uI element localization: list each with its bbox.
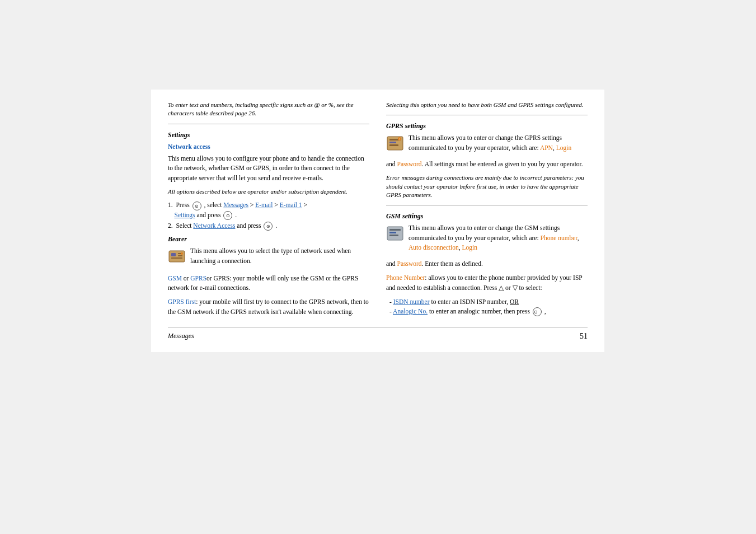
svg-rect-3 <box>178 255 182 256</box>
nav-up: △ <box>499 284 504 291</box>
phone-number-link[interactable]: Phone number <box>541 235 577 241</box>
svg-rect-13 <box>389 229 401 231</box>
email1-link[interactable]: E-mail 1 <box>280 202 302 208</box>
footer-right-label: 51 <box>580 332 588 341</box>
auto-disconnect-link[interactable]: Auto disconnection <box>408 244 459 251</box>
svg-rect-8 <box>389 142 396 143</box>
isdn-link[interactable]: ISDN number <box>393 298 430 305</box>
italic-error: Error messages during connections are ma… <box>386 174 588 199</box>
gprs-password-body: and Password. All settings must be enter… <box>386 160 588 169</box>
phone-number-desc: Phone Number: allows you to enter the ph… <box>386 273 588 293</box>
analog-item: - Analogic No. to enter an analogic numb… <box>386 307 588 316</box>
isdn-item: - ISDN number to enter an ISDN ISP numbe… <box>386 297 588 307</box>
gprs-icon-row: ! This menu allows you to enter or chang… <box>386 133 588 157</box>
analog-link[interactable]: Analogic No. <box>393 308 428 315</box>
footer: Messages 51 <box>168 327 588 341</box>
bearer-body: This menu allows you to select the type … <box>190 246 369 266</box>
ok-icon-1: ⊙ <box>192 202 201 210</box>
gsm-password-body: and Password. Enter them as defined. <box>386 259 588 269</box>
gprs-icon: ! <box>386 134 404 152</box>
page-content: To enter text and numbers, including spe… <box>151 90 604 352</box>
page-container: To enter text and numbers, including spe… <box>0 0 756 534</box>
gprs-first-text: : your mobile will first try to connect … <box>168 298 369 315</box>
login-link[interactable]: Login <box>556 144 571 151</box>
step-list: 1. Press ⊙ , select Messages > E-mail > … <box>168 200 369 231</box>
gsm-icon <box>386 224 404 242</box>
right-italic-note: Selecting this option you need to have b… <box>386 101 588 109</box>
ok-icon-3: ⊙ <box>264 222 273 231</box>
bearer-icon <box>168 247 186 265</box>
settings-heading: Settings <box>168 130 369 140</box>
svg-rect-14 <box>389 232 396 233</box>
right-column: Selecting this option you need to have b… <box>386 101 588 321</box>
nav-down: ▽ <box>513 284 518 291</box>
ok-icon-4: ⊙ <box>533 307 542 316</box>
right-divider <box>386 115 588 115</box>
network-access-heading: Network access <box>168 142 369 152</box>
gsm-gprs-body: GSM or GPRSor GPRS: your mobile will onl… <box>168 274 369 293</box>
email-link[interactable]: E-mail <box>255 202 273 208</box>
settings-link[interactable]: Settings <box>175 212 195 218</box>
left-column: To enter text and numbers, including spe… <box>168 101 369 321</box>
step-2-text: 2. Select Network Access and press ⊙ . <box>168 221 277 231</box>
apn-link[interactable]: APN <box>540 144 553 151</box>
gprs-settings-body: This menu allows you to enter or change … <box>408 133 588 153</box>
bearer-section: Bearer This menu allows you to select th… <box>168 234 369 317</box>
svg-point-5 <box>181 252 183 255</box>
gsm-login-link[interactable]: Login <box>462 244 477 251</box>
step-1: 1. Press ⊙ , select Messages > E-mail > … <box>168 200 369 220</box>
bearer-heading: Bearer <box>168 234 369 244</box>
step-1-text: 1. Press ⊙ , select Messages > E-mail > … <box>168 200 307 220</box>
svg-rect-4 <box>171 257 182 259</box>
gsm-password-link[interactable]: Password <box>397 260 421 267</box>
gsm-settings-body: This menu allows you to enter or change … <box>408 223 588 252</box>
gprs-link: GPRS <box>190 275 206 282</box>
bearer-icon-row: This menu allows you to select the type … <box>168 246 369 270</box>
svg-rect-15 <box>389 235 398 236</box>
gsm-icon-row: This menu allows you to enter or change … <box>386 223 588 257</box>
footer-left-label: Messages <box>168 332 194 340</box>
gprs-settings-heading: GPRS settings <box>386 121 588 131</box>
left-divider <box>168 124 369 124</box>
network-access-link[interactable]: Network Access <box>193 222 235 229</box>
right-divider-2 <box>386 205 588 205</box>
gsm-settings-heading: GSM settings <box>386 211 588 221</box>
password-link[interactable]: Password <box>397 161 421 167</box>
svg-rect-9 <box>389 144 398 146</box>
ok-icon-2: ⊙ <box>223 211 232 220</box>
svg-rect-1 <box>171 253 176 256</box>
svg-rect-0 <box>169 251 185 262</box>
messages-link[interactable]: Messages <box>223 202 248 208</box>
phone-number-desc-link[interactable]: Phone Number <box>386 274 425 281</box>
left-italic-note: To enter text and numbers, including spe… <box>168 101 369 118</box>
gprs-first-body: GPRS first: your mobile will first try t… <box>168 297 369 317</box>
italic-warning: All options described below are operator… <box>168 188 369 196</box>
two-column-layout: To enter text and numbers, including spe… <box>168 101 588 321</box>
gsm-link: GSM <box>168 275 182 282</box>
network-access-body: This menu allows you to configure your p… <box>168 154 369 183</box>
gprs-first-link: GPRS first <box>168 298 196 305</box>
or-text: OR <box>510 298 519 305</box>
step-2: 2. Select Network Access and press ⊙ . <box>168 221 369 231</box>
